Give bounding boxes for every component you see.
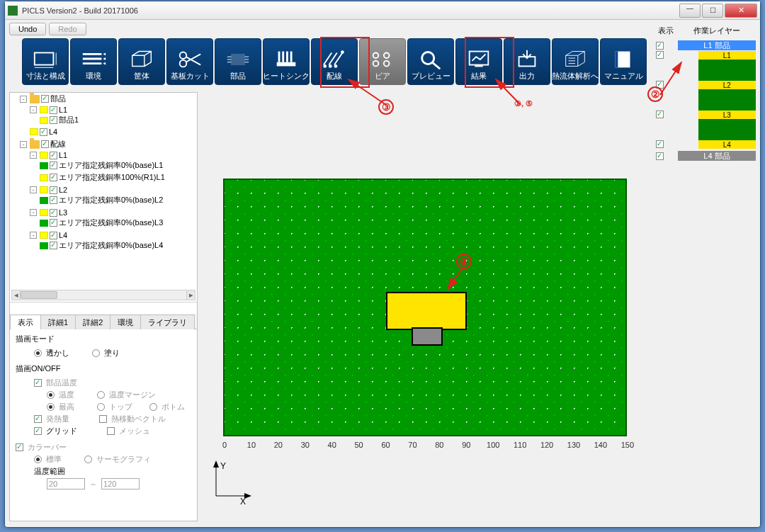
chk-heat-vec[interactable]: [99, 415, 107, 423]
input-range-hi[interactable]: 120: [101, 478, 140, 489]
toolbar-cfd[interactable]: 熱流体解析へ: [552, 38, 599, 85]
layer-strip[interactable]: L2: [698, 81, 756, 89]
tree-label[interactable]: エリア指定残銅率0%(base)L4: [59, 240, 163, 251]
radio-fill[interactable]: [92, 349, 100, 357]
tree-view[interactable]: - 部品 - L1 部品1 L4 - 配線 - L1 エリ: [10, 93, 197, 302]
checkbox[interactable]: [50, 196, 57, 204]
tab-library[interactable]: ライブラリ: [140, 315, 195, 329]
radio-max[interactable]: [47, 403, 55, 411]
tree-label[interactable]: L1: [59, 106, 67, 114]
twisty-icon[interactable]: -: [30, 106, 37, 113]
tree-label[interactable]: L3: [59, 208, 67, 217]
layer-show-chk[interactable]: [656, 111, 664, 118]
checkbox[interactable]: [50, 219, 57, 227]
toolbar-result[interactable]: 結果: [455, 38, 502, 85]
scroll-thumb[interactable]: [21, 291, 57, 299]
redo-button[interactable]: Redo: [49, 23, 86, 35]
radio-standard[interactable]: [34, 455, 42, 463]
toolbar-cut[interactable]: 基板カット: [166, 38, 213, 85]
component-pad[interactable]: [413, 329, 441, 344]
radio-temp-margin[interactable]: [97, 391, 105, 399]
undo-button[interactable]: Undo: [9, 23, 46, 35]
checkbox[interactable]: [41, 95, 49, 103]
layer-show-chk[interactable]: [656, 140, 664, 148]
toolbar-manual[interactable]: マニュアル: [600, 38, 647, 85]
svg-point-7: [180, 60, 187, 67]
checkbox[interactable]: [50, 186, 57, 194]
toolbar-trace[interactable]: 配線: [311, 38, 358, 85]
titlebar[interactable]: PICLS Version2 - Build 20171006: [5, 1, 760, 20]
tab-detail1[interactable]: 詳細1: [40, 315, 76, 329]
radio-temp[interactable]: [47, 391, 55, 399]
checkbox[interactable]: [50, 116, 57, 124]
minimize-button[interactable]: [679, 4, 701, 18]
chk-grid[interactable]: [34, 427, 42, 435]
tab-env[interactable]: 環境: [110, 315, 141, 329]
radio-bottom[interactable]: [149, 403, 157, 411]
toolbar-dims[interactable]: 寸法と構成: [22, 38, 69, 85]
checkbox[interactable]: [40, 128, 47, 136]
tree-label[interactable]: L2: [59, 186, 67, 194]
chk-colorbar[interactable]: [16, 443, 23, 451]
scroll-left-icon[interactable]: ◂: [12, 290, 21, 300]
tree-label[interactable]: エリア指定残銅率0%(base)L1: [59, 160, 163, 171]
twisty-icon[interactable]: -: [30, 186, 37, 193]
board-viewport[interactable]: [223, 179, 627, 436]
tree-label[interactable]: 部品1: [59, 115, 79, 125]
tree-label[interactable]: L1: [59, 151, 67, 159]
tab-display[interactable]: 表示: [10, 315, 41, 329]
right-pane: 表示 作業レイヤー L1 部品L1L2L3L4L4 部品: [654, 26, 756, 521]
twisty-icon[interactable]: -: [20, 96, 27, 103]
close-button[interactable]: [725, 4, 757, 18]
tree-label[interactable]: L4: [49, 128, 57, 136]
layer-strip[interactable]: L3: [698, 111, 756, 119]
toolbar-label: マニュアル: [604, 71, 643, 81]
toolbar-env[interactable]: 環境: [70, 38, 117, 85]
toolbar-via[interactable]: ビア: [359, 38, 406, 85]
checkbox[interactable]: [41, 140, 49, 148]
layer-item[interactable]: L4 部品: [678, 151, 756, 161]
checkbox[interactable]: [50, 162, 57, 169]
chk-mesh[interactable]: [107, 427, 115, 435]
checkbox[interactable]: [50, 174, 57, 181]
checkbox[interactable]: [50, 152, 57, 159]
toolbar-chip[interactable]: 部品: [215, 38, 261, 85]
tree-label[interactable]: エリア指定残銅率0%(base)L2: [59, 195, 163, 205]
chk-heat[interactable]: [34, 415, 42, 423]
radio-thermo[interactable]: [84, 455, 92, 463]
radio-top[interactable]: [97, 403, 105, 411]
tree-label[interactable]: エリア指定残銅率100%(R1)L1: [59, 172, 165, 183]
input-range-lo[interactable]: 20: [47, 478, 85, 489]
maximize-button[interactable]: [702, 4, 723, 18]
radio-transparent[interactable]: [34, 349, 42, 357]
tree-label[interactable]: 配線: [50, 139, 66, 149]
checkbox[interactable]: [50, 106, 57, 114]
layer-strip[interactable]: L4: [698, 140, 756, 149]
chk-part-temp[interactable]: [34, 379, 42, 387]
toolbar-heatsink[interactable]: ヒートシンク: [263, 38, 310, 85]
tree-label[interactable]: 部品: [50, 94, 66, 104]
layer-show-chk[interactable]: [656, 81, 664, 89]
layer-show-chk[interactable]: [656, 51, 664, 59]
tab-detail2[interactable]: 詳細2: [75, 315, 110, 329]
toolbar-export[interactable]: 出力: [504, 38, 550, 85]
component-chip[interactable]: [387, 293, 465, 329]
layer-item[interactable]: L1 部品: [678, 40, 756, 50]
checkbox[interactable]: [50, 242, 57, 249]
twisty-icon[interactable]: -: [30, 152, 37, 159]
layer-show-chk[interactable]: [656, 42, 664, 50]
svg-rect-17: [277, 62, 296, 67]
toolbar-encl[interactable]: 筐体: [118, 38, 165, 85]
checkbox[interactable]: [50, 209, 57, 217]
layer-show-chk[interactable]: [656, 152, 664, 160]
layer-strip[interactable]: L1: [698, 51, 756, 60]
toolbar-preview[interactable]: プレビュー: [407, 38, 454, 85]
tree-label[interactable]: L4: [59, 231, 67, 239]
checkbox[interactable]: [50, 232, 57, 239]
twisty-icon[interactable]: -: [30, 232, 37, 239]
scroll-right-icon[interactable]: ▸: [186, 290, 195, 300]
tree-label[interactable]: エリア指定残銅率0%(base)L3: [59, 217, 163, 228]
tree-hscrollbar[interactable]: ◂ ▸: [11, 290, 196, 300]
twisty-icon[interactable]: -: [20, 141, 27, 148]
twisty-icon[interactable]: -: [30, 209, 37, 216]
